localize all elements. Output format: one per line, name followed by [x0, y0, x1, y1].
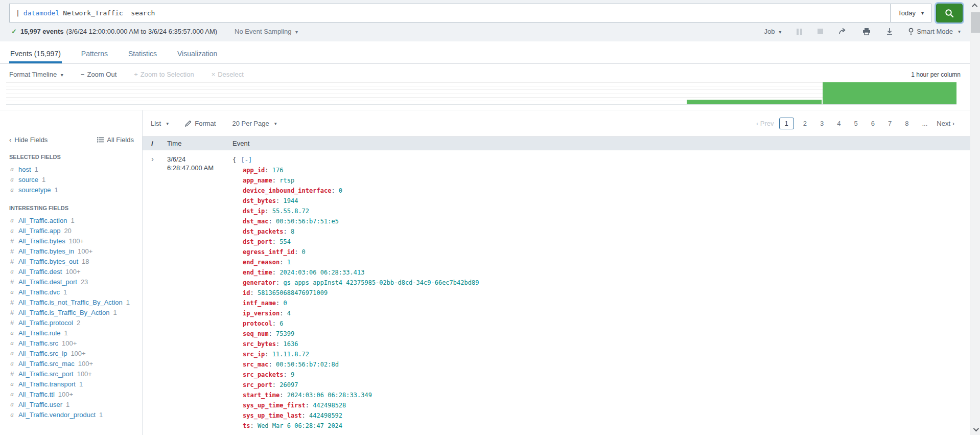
field-name-link[interactable]: All_Traffic.vendor_product [18, 411, 96, 419]
field-name-link[interactable]: All_Traffic.src_ip [18, 350, 67, 357]
json-value[interactable]: 2024:03:06 06:28:33.349 [287, 392, 372, 399]
json-key[interactable]: src_packets [243, 371, 283, 378]
page-link[interactable]: 6 [867, 118, 879, 129]
json-value[interactable]: 0 [302, 248, 306, 256]
field-item[interactable]: aAll_Traffic.rule1 [9, 328, 142, 338]
json-value[interactable]: 1944 [283, 197, 298, 204]
json-value[interactable]: rtsp [279, 177, 294, 184]
page-current[interactable]: 1 [779, 118, 794, 129]
field-item[interactable]: ahost1 [9, 164, 142, 174]
search-button[interactable] [936, 4, 963, 22]
field-name-link[interactable]: All_Traffic.src [18, 339, 58, 347]
prev-page-button[interactable]: ‹ Prev [756, 120, 774, 127]
field-item[interactable]: #All_Traffic.bytes_out18 [9, 256, 142, 266]
field-name-link[interactable]: All_Traffic.protocol [18, 319, 73, 327]
json-key[interactable]: sys_up_time_first [243, 402, 306, 409]
field-item[interactable]: #All_Traffic.bytes_in100+ [9, 246, 142, 256]
timeline-bar[interactable] [687, 100, 822, 104]
field-name-link[interactable]: All_Traffic.dest_port [18, 278, 77, 286]
json-key[interactable]: app_id [243, 167, 265, 174]
hide-fields-link[interactable]: ‹ Hide Fields [9, 136, 48, 144]
field-name-link[interactable]: sourcetype [18, 186, 51, 194]
share-button[interactable] [838, 28, 847, 35]
tab-patterns[interactable]: Patterns [80, 45, 109, 63]
scroll-down-button[interactable] [970, 425, 980, 434]
page-link[interactable]: 3 [816, 118, 828, 129]
page-link[interactable]: 7 [884, 118, 896, 129]
json-key[interactable]: dst_port [243, 238, 272, 245]
field-name-link[interactable]: All_Traffic.rule [18, 329, 60, 337]
json-key[interactable]: dst_bytes [243, 197, 276, 204]
search-mode-dropdown[interactable]: Smart Mode ▾ [908, 28, 961, 35]
field-name-link[interactable]: All_Traffic.bytes_in [18, 247, 74, 255]
json-value[interactable]: 00:50:56:b7:51:e5 [276, 218, 339, 225]
json-key[interactable]: egress_intf_id [243, 248, 294, 256]
json-key[interactable]: protocol [243, 320, 272, 327]
json-value[interactable]: 1 [287, 259, 291, 266]
field-item[interactable]: aAll_Traffic.vendor_product1 [9, 409, 142, 420]
stop-button[interactable] [818, 29, 823, 34]
json-value[interactable]: gs_apps_appInst4_42375985-02bb-d8cd-34c9… [283, 279, 479, 286]
view-type-dropdown[interactable]: List ▾ [151, 120, 169, 127]
format-timeline-dropdown[interactable]: Format Timeline ▾ [9, 71, 63, 78]
json-value[interactable]: Wed Mar 6 06:28:47 2024 [258, 422, 342, 429]
field-name-link[interactable]: All_Traffic.dvc [18, 288, 60, 296]
json-key[interactable]: app_name [243, 177, 272, 184]
vertical-scrollbar[interactable] [970, 0, 980, 435]
field-item[interactable]: aAll_Traffic.src_ip100+ [9, 348, 142, 358]
page-link[interactable]: 2 [799, 118, 811, 129]
search-input[interactable]: | datamodel Network_Traffic search [9, 4, 890, 22]
field-item[interactable]: #All_Traffic.is_Traffic_By_Action1 [9, 307, 142, 317]
json-key[interactable]: start_time [243, 392, 279, 399]
json-value[interactable]: 5813650688476971009 [258, 289, 328, 296]
all-fields-link[interactable]: All Fields [97, 136, 134, 144]
json-value[interactable]: 55.55.8.72 [272, 208, 309, 215]
zoom-to-selection-button[interactable]: +Zoom to Selection [134, 71, 194, 78]
field-name-link[interactable]: All_Traffic.dest [18, 268, 62, 276]
field-name-link[interactable]: All_Traffic.app [18, 227, 60, 235]
json-value[interactable]: 0 [283, 300, 287, 307]
scrollbar-thumb[interactable] [971, 12, 980, 33]
field-name-link[interactable]: host [18, 166, 31, 173]
field-name-link[interactable]: All_Traffic.is_not_Traffic_By_Action [18, 299, 123, 306]
field-item[interactable]: aAll_Traffic.src_mac100+ [9, 358, 142, 369]
page-link[interactable]: 8 [901, 118, 913, 129]
zoom-out-button[interactable]: −Zoom Out [81, 71, 116, 78]
json-value[interactable]: 26097 [279, 381, 298, 388]
field-item[interactable]: #All_Traffic.src_port100+ [9, 369, 142, 379]
export-button[interactable] [886, 28, 893, 35]
json-key[interactable]: dst_ip [243, 208, 265, 215]
field-item[interactable]: #All_Traffic.dest_port23 [9, 277, 142, 287]
json-value[interactable]: 4 [287, 310, 291, 317]
json-key[interactable]: src_ip [243, 351, 265, 358]
json-key[interactable]: dst_mac [243, 218, 269, 225]
field-item[interactable]: aAll_Traffic.transport1 [9, 379, 142, 389]
json-key[interactable]: ts [243, 422, 250, 429]
expand-event-chevron[interactable]: › [143, 155, 167, 435]
field-name-link[interactable]: All_Traffic.bytes [18, 237, 65, 245]
job-menu[interactable]: Job ▾ [764, 28, 782, 35]
field-item[interactable]: #All_Traffic.bytes100+ [9, 236, 142, 246]
json-key[interactable]: end_reason [243, 259, 279, 266]
field-item[interactable]: aAll_Traffic.app20 [9, 225, 142, 236]
scroll-up-button[interactable] [970, 1, 980, 10]
deselect-button[interactable]: ×Deselect [212, 71, 244, 78]
collapse-json-link[interactable]: [-] [241, 156, 252, 164]
json-key[interactable]: intf_name [243, 300, 276, 307]
field-item[interactable]: aAll_Traffic.user1 [9, 399, 142, 409]
field-item[interactable]: asource1 [9, 174, 142, 185]
json-value[interactable]: 554 [279, 238, 291, 245]
field-name-link[interactable]: All_Traffic.transport [18, 380, 76, 388]
json-value[interactable]: 1636 [283, 340, 298, 348]
json-value[interactable]: 8 [291, 228, 294, 235]
next-page-button[interactable]: Next › [937, 120, 954, 127]
json-key[interactable]: id [243, 289, 250, 296]
format-button[interactable]: Format [185, 120, 216, 127]
field-item[interactable]: asourcetype1 [9, 185, 142, 195]
json-key[interactable]: src_bytes [243, 340, 276, 348]
json-key[interactable]: ip_version [243, 310, 279, 317]
json-value[interactable]: 2024:03:06 06:28:33.413 [279, 269, 364, 276]
json-key[interactable]: src_mac [243, 361, 269, 368]
field-name-link[interactable]: All_Traffic.ttl [18, 391, 55, 398]
per-page-dropdown[interactable]: 20 Per Page ▾ [232, 120, 276, 127]
